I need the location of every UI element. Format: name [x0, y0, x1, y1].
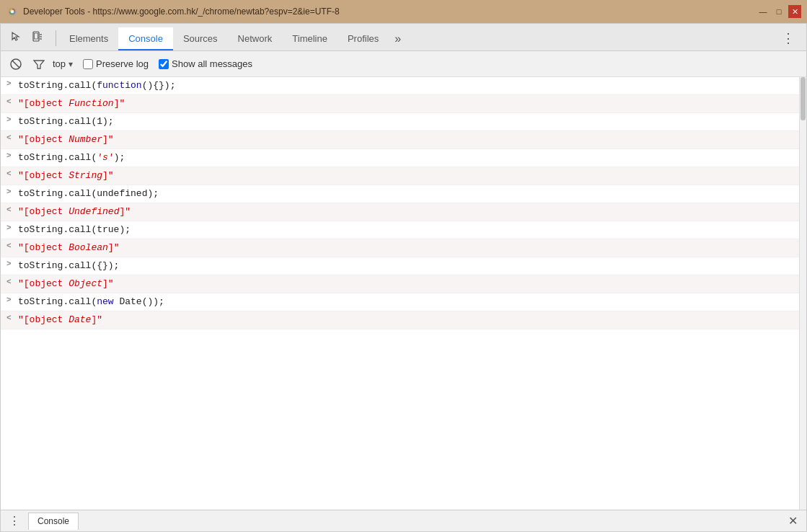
console-row: >toString.call(true);	[1, 221, 799, 239]
console-row: >toString.call({});	[1, 257, 799, 275]
mobile-view-button[interactable]	[28, 27, 47, 46]
preserve-log-label[interactable]: Preserve log	[96, 58, 149, 69]
row-content: toString.call(new Date());	[18, 295, 793, 309]
code-part: ]"	[119, 206, 131, 217]
console-row: >toString.call('s');	[1, 149, 799, 167]
show-all-checkbox[interactable]	[159, 59, 169, 69]
code-part: "[object	[18, 98, 69, 109]
console-row: <"[object Date]"	[1, 311, 799, 329]
output-arrow: <	[6, 314, 12, 322]
console-row: <"[object Undefined]"	[1, 203, 799, 221]
output-arrow: <	[6, 169, 12, 178]
code-part: Date());	[114, 296, 164, 307]
tab-elements[interactable]: Elements	[59, 27, 118, 50]
maximize-button[interactable]: □	[772, 5, 785, 18]
code-part: function	[97, 80, 141, 91]
window-title: Developer Tools - https://www.google.com…	[23, 6, 340, 17]
code-part: ]"	[91, 314, 102, 325]
bottom-close-button[interactable]: ✕	[785, 513, 801, 529]
code-part: toString.call(	[18, 80, 97, 91]
code-part: Date	[69, 314, 91, 325]
row-content: toString.call('s');	[18, 151, 793, 165]
show-all-messages-group: Show all messages	[159, 58, 252, 69]
filter-button[interactable]	[30, 55, 48, 74]
row-content: toString.call(1);	[18, 115, 793, 129]
scrollbar-thumb[interactable]	[801, 77, 806, 120]
code-part: ]"	[108, 242, 120, 253]
clear-console-button[interactable]	[6, 55, 25, 74]
clear-icon	[10, 58, 22, 70]
preserve-log-checkbox[interactable]	[83, 59, 93, 69]
input-arrow: >	[6, 115, 12, 124]
output-arrow: <	[6, 133, 12, 142]
code-part: "[object	[18, 206, 69, 217]
console-row: <"[object Object]"	[1, 275, 799, 293]
svg-rect-4	[35, 33, 38, 39]
row-content: "[object Undefined]"	[18, 205, 793, 219]
console-content[interactable]: >toString.call(function(){});<"[object F…	[1, 77, 799, 510]
code-part: Undefined	[69, 206, 119, 217]
tab-console[interactable]: Console	[118, 27, 173, 50]
code-part: toString.call(	[18, 296, 97, 307]
input-arrow: >	[6, 296, 12, 304]
tab-bar-divider	[56, 30, 56, 46]
code-part: Function	[69, 98, 113, 109]
select-tool-button[interactable]	[6, 27, 25, 46]
settings-button[interactable]: ⋮	[776, 27, 801, 50]
code-part: "[object	[18, 134, 69, 145]
tab-sources[interactable]: Sources	[173, 27, 228, 50]
code-part: 's'	[97, 152, 113, 163]
output-arrow: <	[6, 241, 12, 250]
mobile-icon	[32, 31, 43, 43]
toolbar-icons	[6, 27, 47, 50]
input-arrow: >	[6, 151, 12, 160]
code-part: ]"	[102, 278, 114, 289]
console-row: <"[object String]"	[1, 167, 799, 185]
tab-bar: Elements Console Sources Network Timelin…	[1, 24, 806, 51]
row-content: "[object Date]"	[18, 313, 793, 327]
title-bar: Developer Tools - https://www.google.com…	[0, 0, 807, 23]
row-content: toString.call({});	[18, 259, 793, 273]
main-content-area: >toString.call(function(){});<"[object F…	[1, 77, 806, 510]
input-arrow: >	[6, 187, 12, 196]
code-part: toString.call(	[18, 152, 97, 163]
row-content: "[object Number]"	[18, 133, 793, 147]
scrollbar-track[interactable]	[799, 77, 806, 510]
row-content: "[object Boolean]"	[18, 241, 793, 255]
show-all-label[interactable]: Show all messages	[172, 58, 252, 69]
more-tabs-button[interactable]: »	[389, 27, 407, 50]
console-row: <"[object Boolean]"	[1, 239, 799, 257]
code-part: Number	[69, 134, 102, 145]
input-arrow: >	[6, 223, 12, 232]
console-row: <"[object Number]"	[1, 131, 799, 149]
close-button[interactable]: ✕	[788, 5, 801, 18]
row-content: "[object Function]"	[18, 97, 793, 111]
context-selector[interactable]: top ▾	[53, 58, 73, 69]
code-part: Boolean	[69, 242, 108, 253]
code-part: toString.call(undefined);	[18, 188, 159, 199]
tab-network[interactable]: Network	[228, 27, 283, 50]
tab-profiles[interactable]: Profiles	[338, 27, 389, 50]
console-row: <"[object Function]"	[1, 95, 799, 113]
title-bar-left: Developer Tools - https://www.google.com…	[6, 5, 340, 18]
output-arrow: <	[6, 278, 12, 286]
svg-line-9	[12, 61, 19, 68]
console-toolbar: top ▾ Preserve log Show all messages	[1, 51, 806, 77]
title-bar-controls: — □ ✕	[757, 5, 801, 18]
console-row: >toString.call(function(){});	[1, 77, 799, 95]
chrome-icon	[6, 5, 19, 18]
code-part: toString.call({});	[18, 260, 119, 271]
console-row: >toString.call(1);	[1, 113, 799, 131]
code-part: ]"	[102, 134, 114, 145]
row-content: "[object Object]"	[18, 277, 793, 291]
code-part: toString.call(true);	[18, 224, 131, 235]
code-part: );	[114, 152, 125, 163]
bottom-console-tab[interactable]: Console	[28, 513, 79, 530]
code-part: "[object	[18, 278, 69, 289]
row-content: toString.call(undefined);	[18, 187, 793, 201]
minimize-button[interactable]: —	[757, 5, 769, 18]
tab-timeline[interactable]: Timeline	[282, 27, 338, 50]
bottom-menu-button[interactable]: ⋮	[6, 513, 22, 529]
context-text: top	[53, 58, 66, 69]
input-arrow: >	[6, 79, 12, 88]
